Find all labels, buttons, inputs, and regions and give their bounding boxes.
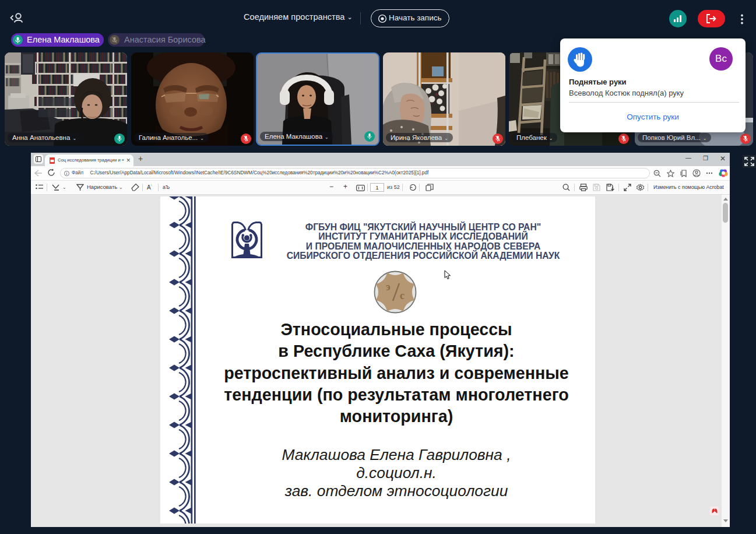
svg-text:с: с: [400, 290, 405, 301]
svg-text:э: э: [386, 281, 391, 293]
